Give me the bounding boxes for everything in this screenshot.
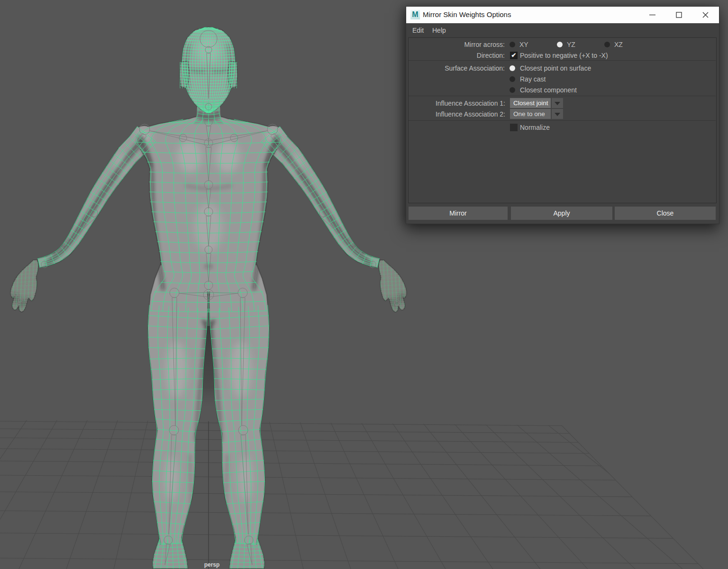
svg-text:persp: persp bbox=[204, 561, 220, 568]
